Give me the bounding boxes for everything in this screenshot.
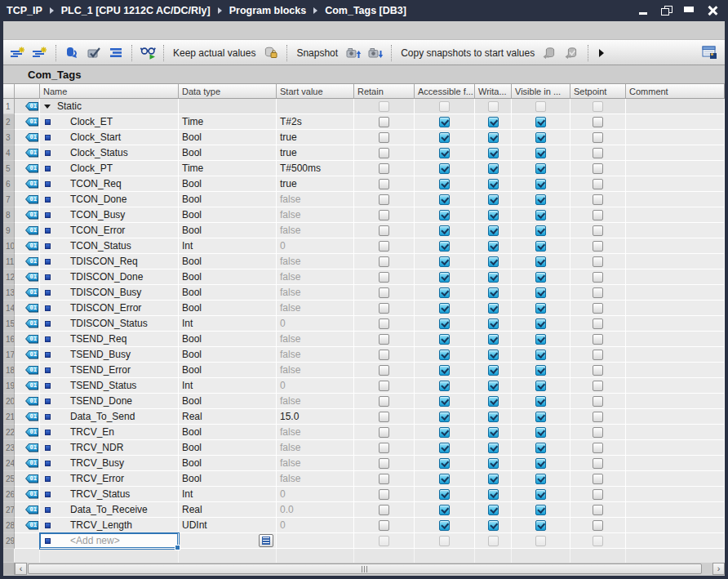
row-number[interactable]: 27 (3, 502, 15, 518)
data-type-cell[interactable]: Int (179, 487, 277, 502)
table-row[interactable]: 26 TRCV_Status Int 0 (3, 487, 725, 502)
scroll-left-button[interactable]: ‹ (15, 563, 27, 575)
comment-cell[interactable] (626, 378, 725, 394)
copy-snapshot-to-start-button[interactable] (540, 43, 560, 63)
accessible-from-hmi-checkbox[interactable] (439, 396, 450, 407)
data-type-cell[interactable]: Bool (179, 440, 277, 456)
visible-in-hmi-checkbox[interactable] (535, 536, 546, 546)
comment-cell[interactable] (626, 114, 725, 130)
accessible-from-hmi-checkbox[interactable] (439, 443, 450, 453)
name-cell[interactable]: TRCV_Busy (40, 456, 179, 471)
setpoint-checkbox[interactable] (593, 412, 603, 422)
row-number[interactable]: 15 (3, 316, 15, 332)
retain-checkbox[interactable] (379, 412, 389, 422)
writable-from-hmi-checkbox[interactable] (488, 163, 499, 174)
start-value-cell[interactable]: false (277, 192, 354, 207)
row-number[interactable]: 23 (3, 440, 15, 456)
accessible-from-hmi-checkbox[interactable] (439, 412, 450, 422)
copy-snapshot-setpoints-button[interactable] (562, 43, 582, 63)
writable-from-hmi-checkbox[interactable] (488, 381, 499, 391)
retain-checkbox[interactable] (379, 272, 389, 283)
visible-in-hmi-checkbox[interactable] (535, 365, 546, 376)
table-row[interactable]: 5 Clock_PT Time T#500ms (3, 161, 725, 176)
snapshot-button[interactable]: Snapshot (293, 47, 341, 59)
retain-checkbox[interactable] (379, 241, 389, 252)
writable-from-hmi-checkbox[interactable] (488, 427, 499, 438)
data-type-cell[interactable]: Bool (179, 363, 277, 378)
comment-cell[interactable] (626, 223, 725, 238)
accessible-from-hmi-checkbox[interactable] (439, 427, 450, 438)
accessible-from-hmi-checkbox[interactable] (439, 474, 450, 484)
writable-from-hmi-checkbox[interactable] (488, 117, 499, 127)
data-type-cell[interactable]: Time (179, 114, 277, 130)
data-type-cell[interactable]: UDInt (179, 518, 277, 533)
header-start-value[interactable]: Start value (277, 83, 354, 99)
retain-checkbox[interactable] (379, 210, 389, 220)
data-type-cell[interactable]: Bool (179, 394, 277, 409)
writable-from-hmi-checkbox[interactable] (488, 396, 499, 407)
writable-from-hmi-checkbox[interactable] (488, 272, 499, 283)
start-value-cell[interactable] (277, 533, 354, 549)
start-value-cell[interactable]: false (277, 301, 354, 316)
writable-from-hmi-checkbox[interactable] (488, 132, 499, 143)
visible-in-hmi-checkbox[interactable] (535, 350, 546, 360)
accessible-from-hmi-checkbox[interactable] (439, 489, 450, 500)
comment-cell[interactable] (626, 254, 725, 269)
row-number[interactable]: 22 (3, 425, 15, 440)
row-number[interactable]: 1 (3, 99, 15, 114)
table-row[interactable]: 3 Clock_Start Bool true (3, 130, 725, 145)
comment-cell[interactable] (626, 207, 725, 223)
setpoint-checkbox[interactable] (593, 365, 603, 376)
start-value-cell[interactable] (277, 99, 354, 114)
row-number[interactable]: 20 (3, 394, 15, 409)
table-row[interactable]: 6 TCON_Req Bool true (3, 176, 725, 192)
restore-icon[interactable] (661, 6, 673, 16)
writable-from-hmi-checkbox[interactable] (488, 241, 499, 252)
accessible-from-hmi-checkbox[interactable] (439, 536, 450, 546)
header-visible[interactable]: Visible in ... (512, 83, 570, 99)
data-type-cell[interactable] (179, 99, 277, 114)
setpoint-checkbox[interactable] (593, 536, 603, 546)
accessible-from-hmi-checkbox[interactable] (439, 148, 450, 158)
start-value-cell[interactable]: false (277, 456, 354, 471)
start-value-cell[interactable]: false (277, 285, 354, 301)
setpoint-checkbox[interactable] (593, 225, 603, 236)
data-type-cell[interactable]: Time (179, 161, 277, 176)
comment-cell[interactable] (626, 363, 725, 378)
table-row[interactable]: 27 Data_To_Receive Real 0.0 (3, 502, 725, 518)
start-value-cell[interactable]: false (277, 223, 354, 238)
apply-changes-button[interactable] (84, 43, 104, 63)
accessible-from-hmi-checkbox[interactable] (439, 287, 450, 298)
row-number[interactable]: 26 (3, 487, 15, 502)
start-value-cell[interactable]: 0 (277, 238, 354, 254)
row-number[interactable]: 16 (3, 332, 15, 347)
table-row[interactable]: 16 TSEND_Req Bool false (3, 332, 725, 347)
writable-from-hmi-checkbox[interactable] (488, 303, 499, 314)
minimize-icon[interactable] (638, 6, 650, 16)
setpoint-checkbox[interactable] (593, 287, 603, 298)
visible-in-hmi-checkbox[interactable] (535, 179, 546, 189)
retain-checkbox[interactable] (379, 256, 389, 267)
writable-from-hmi-checkbox[interactable] (488, 443, 499, 453)
writable-from-hmi-checkbox[interactable] (488, 365, 499, 376)
table-row[interactable]: 23 TRCV_NDR Bool false (3, 440, 725, 456)
retain-checkbox[interactable] (379, 163, 389, 174)
name-cell[interactable]: TCON_Busy (40, 207, 179, 223)
name-cell[interactable]: TSEND_Done (40, 394, 179, 409)
retain-checkbox[interactable] (379, 287, 389, 298)
keep-actual-values-button[interactable]: Keep actual values (170, 47, 259, 59)
setpoint-checkbox[interactable] (593, 489, 603, 500)
writable-from-hmi-checkbox[interactable] (488, 505, 499, 515)
data-type-cell[interactable]: Bool (179, 192, 277, 207)
data-type-cell[interactable]: Bool (179, 269, 277, 285)
comment-cell[interactable] (626, 394, 725, 409)
visible-in-hmi-checkbox[interactable] (535, 163, 546, 174)
start-value-cell[interactable]: 0 (277, 378, 354, 394)
retain-checkbox[interactable] (379, 101, 389, 112)
toolbar-overflow-button[interactable] (599, 49, 604, 57)
accessible-from-hmi-checkbox[interactable] (439, 256, 450, 267)
data-type-cell[interactable]: Bool (179, 130, 277, 145)
row-number[interactable]: 7 (3, 192, 15, 207)
breadcrumb-program-blocks[interactable]: Program blocks (229, 5, 306, 16)
retain-checkbox[interactable] (379, 365, 389, 376)
